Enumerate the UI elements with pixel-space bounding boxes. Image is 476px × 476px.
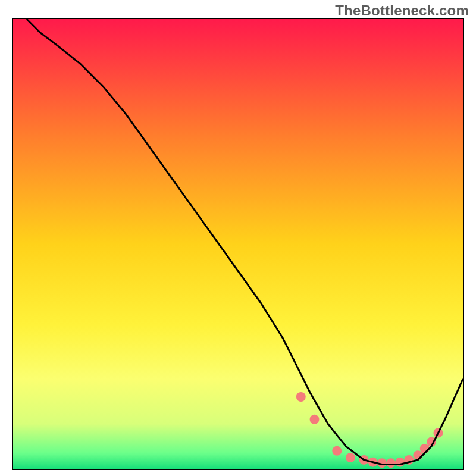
bottleneck-curve xyxy=(27,19,463,464)
chart-svg xyxy=(13,19,463,469)
data-dot xyxy=(395,458,405,467)
data-dot xyxy=(296,392,306,402)
data-dot xyxy=(346,453,355,462)
watermark-text: TheBottleneck.com xyxy=(335,2,469,19)
data-dot xyxy=(310,415,320,424)
data-dot xyxy=(386,458,396,468)
chart-container: TheBottleneck.com xyxy=(0,0,476,476)
data-dot xyxy=(332,446,342,456)
